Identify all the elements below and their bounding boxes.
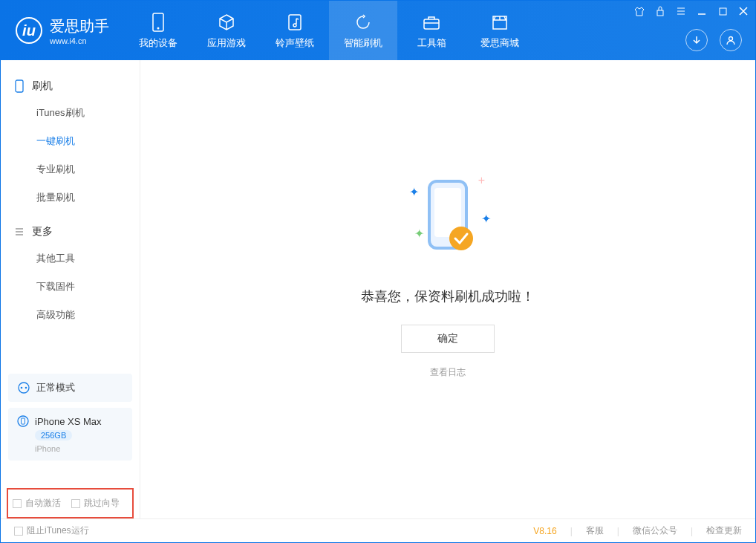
svg-point-15	[449, 227, 473, 250]
sidebar-item-itunes-flash[interactable]: iTunes刷机	[1, 99, 140, 127]
nav-tab-flash[interactable]: 智能刷机	[329, 1, 397, 60]
svg-point-9	[21, 387, 23, 389]
checkbox-label: 阻止iTunes运行	[27, 524, 89, 537]
nav-tab-label: 铃声壁纸	[276, 36, 314, 50]
device-name: iPhone XS Max	[35, 416, 102, 427]
sparkle-icon: ✦	[414, 227, 424, 241]
sidebar-item-download-firmware[interactable]: 下载固件	[1, 273, 140, 301]
nav-tab-label: 应用游戏	[207, 36, 246, 50]
svg-point-8	[19, 383, 29, 393]
sidebar: 刷机 iTunes刷机 一键刷机 专业刷机 批量刷机 更多 其他工具 下载固件 …	[1, 60, 140, 518]
logo-area: iu 爱思助手 www.i4.cn	[1, 16, 124, 45]
nav-tab-toolbox[interactable]: 工具箱	[397, 1, 466, 60]
footer-link-update[interactable]: 检查更新	[706, 524, 742, 537]
device-icon	[148, 12, 169, 33]
titlebar-controls	[633, 5, 749, 17]
footer-link-service[interactable]: 客服	[586, 524, 604, 537]
main-content: ✦ + ✦ ✦ 恭喜您，保资料刷机成功啦！ 确定 查看日志	[140, 60, 755, 518]
svg-rect-5	[720, 8, 726, 15]
cube-icon	[216, 12, 237, 33]
body: 刷机 iTunes刷机 一键刷机 专业刷机 批量刷机 更多 其他工具 下载固件 …	[1, 60, 755, 518]
checkbox-label: 跳过向导	[84, 497, 120, 510]
sidebar-section-title: 刷机	[32, 79, 53, 93]
lock-icon[interactable]	[654, 5, 666, 17]
nav-tab-store[interactable]: 爱思商城	[466, 1, 534, 60]
svg-point-1	[157, 27, 160, 29]
checkbox-stop-itunes[interactable]: 阻止iTunes运行	[14, 524, 89, 537]
checkbox-icon	[14, 527, 23, 536]
shirt-icon[interactable]	[633, 5, 645, 17]
svg-rect-7	[16, 80, 23, 92]
app-logo-icon: iu	[16, 17, 42, 44]
svg-point-10	[25, 387, 27, 389]
user-button[interactable]	[720, 29, 742, 51]
download-button[interactable]	[685, 29, 708, 51]
sparkle-icon: ✦	[409, 185, 419, 199]
sparkle-icon: +	[478, 174, 485, 187]
version-label: V8.16	[533, 526, 556, 536]
phone-small-icon	[14, 79, 25, 93]
header: iu 爱思助手 www.i4.cn 我的设备 应用游戏 铃声壁纸	[1, 1, 755, 60]
sidebar-section-flash[interactable]: 刷机	[1, 74, 140, 99]
music-icon	[284, 12, 305, 33]
checkbox-auto-activate[interactable]: 自动激活	[13, 497, 61, 510]
refresh-icon	[353, 12, 374, 33]
device-storage: 256GB	[35, 430, 72, 440]
sidebar-item-oneclick-flash[interactable]: 一键刷机	[1, 127, 140, 155]
phone-icon	[17, 415, 29, 427]
toolbox-icon	[421, 12, 442, 33]
app-url: www.i4.cn	[50, 36, 109, 45]
ok-button[interactable]: 确定	[401, 325, 495, 353]
success-message: 恭喜您，保资料刷机成功啦！	[361, 287, 535, 305]
sparkle-icon: ✦	[481, 212, 491, 226]
sidebar-section-title: 更多	[32, 225, 53, 238]
sidebar-section-more[interactable]: 更多	[1, 219, 140, 244]
svg-point-11	[18, 416, 28, 426]
nav-tab-label: 工具箱	[417, 36, 446, 50]
sync-icon	[17, 381, 30, 394]
more-icon	[14, 227, 25, 237]
maximize-icon[interactable]	[717, 5, 729, 17]
footer-link-wechat[interactable]: 微信公众号	[633, 524, 677, 537]
app-name: 爱思助手	[50, 16, 109, 36]
footer: 阻止iTunes运行 V8.16 | 客服 | 微信公众号 | 检查更新	[1, 518, 755, 542]
svg-rect-3	[424, 19, 439, 29]
svg-point-6	[729, 37, 733, 41]
device-type: iPhone	[35, 444, 123, 453]
header-right	[685, 29, 742, 51]
view-log-link[interactable]: 查看日志	[430, 366, 466, 379]
close-icon[interactable]	[737, 5, 749, 17]
nav-tab-device[interactable]: 我的设备	[124, 1, 192, 60]
store-icon	[489, 12, 510, 33]
sidebar-bottom-highlight: 自动激活 跳过向导	[7, 488, 134, 518]
device-card[interactable]: iPhone XS Max 256GB iPhone	[8, 408, 132, 461]
success-illustration: ✦ + ✦ ✦	[403, 170, 492, 267]
nav-tab-label: 智能刷机	[344, 36, 382, 50]
sidebar-item-other-tools[interactable]: 其他工具	[1, 244, 140, 273]
checkbox-skip-guide[interactable]: 跳过向导	[71, 497, 120, 510]
svg-rect-12	[22, 418, 25, 424]
checkbox-icon	[13, 499, 22, 508]
checkbox-label: 自动激活	[25, 497, 61, 510]
minimize-icon[interactable]	[696, 5, 708, 17]
svg-rect-2	[289, 15, 301, 30]
sidebar-item-advanced[interactable]: 高级功能	[1, 301, 140, 329]
nav-tab-label: 爱思商城	[480, 36, 519, 50]
mode-label: 正常模式	[36, 381, 75, 394]
nav-tab-apps[interactable]: 应用游戏	[192, 1, 261, 60]
nav-tab-ringtones[interactable]: 铃声壁纸	[261, 1, 329, 60]
menu-icon[interactable]	[675, 5, 687, 17]
mode-card[interactable]: 正常模式	[8, 374, 132, 402]
sidebar-item-batch-flash[interactable]: 批量刷机	[1, 183, 140, 212]
nav-tabs: 我的设备 应用游戏 铃声壁纸 智能刷机 工具箱	[124, 1, 534, 60]
sidebar-item-pro-flash[interactable]: 专业刷机	[1, 155, 140, 183]
nav-tab-label: 我的设备	[139, 36, 177, 50]
svg-rect-4	[657, 10, 663, 16]
checkbox-icon	[71, 499, 80, 508]
